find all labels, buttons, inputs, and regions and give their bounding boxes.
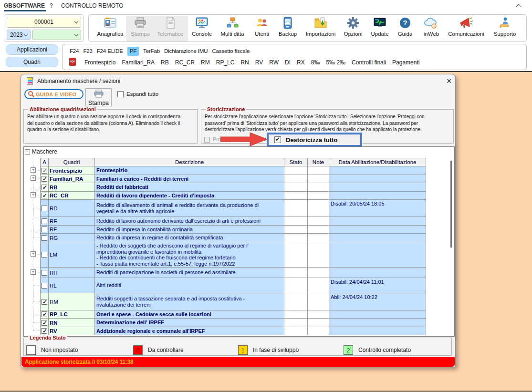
collapse-chevron-icon[interactable]: ⌃ xyxy=(516,4,521,9)
destoricizza-checkbox[interactable] xyxy=(274,136,281,143)
subtab-rv[interactable]: RV xyxy=(255,58,263,67)
extra-select[interactable]: ⌄ xyxy=(32,30,81,40)
tree-expand-icon-RC_CR[interactable]: + xyxy=(31,192,36,197)
col-header-a[interactable]: A xyxy=(40,158,49,166)
row-checkbox-RB[interactable] xyxy=(42,185,47,190)
row-stato-RG xyxy=(284,233,308,242)
tab-dichiarazione-imu[interactable]: Dichiarazione IMU xyxy=(164,47,208,56)
subtab-rc_cr[interactable]: RC_CR xyxy=(175,58,195,67)
tab-cassetto-fiscale[interactable]: Cassetto fiscale xyxy=(212,47,250,56)
subtab-rm[interactable]: RM xyxy=(201,58,210,67)
toolbar-button-opzioni[interactable]: Opzioni xyxy=(339,16,367,41)
row-quadro-RV[interactable]: RV xyxy=(48,327,95,335)
toolbar-button-backup[interactable]: Backup xyxy=(273,16,302,41)
subtab-rx[interactable]: RX xyxy=(297,58,305,67)
pdf-icon[interactable]: PDF xyxy=(69,58,76,66)
row-checkbox-Frontespizio[interactable] xyxy=(42,168,47,174)
subtab-5‰-2‰[interactable]: 5‰ 2‰ xyxy=(326,58,345,67)
toolbar-button-console[interactable]: Console xyxy=(187,16,217,41)
subtab-di[interactable]: DI xyxy=(285,58,291,67)
col-header-descrizione[interactable]: Descrizione xyxy=(94,158,284,166)
row-quadro-RE[interactable]: RE xyxy=(48,217,95,226)
tab-f23[interactable]: F23 xyxy=(83,47,92,56)
toolbar-button-stampa[interactable]: Stampa xyxy=(126,16,155,41)
row-checkbox-RC_CR[interactable] xyxy=(42,193,47,198)
row-quadro-RG[interactable]: RG xyxy=(48,233,95,242)
subtab-pagamenti[interactable]: Pagamenti xyxy=(392,58,419,67)
row-quadro-Frontespizio[interactable]: Frontespizio xyxy=(48,166,95,175)
row-checkbox-RP_LC[interactable] xyxy=(42,311,47,317)
toolbar-button-comunicazioni[interactable]: Comunicazioni xyxy=(441,16,491,41)
dialog-titlebar[interactable]: Abbinamento maschere / sezioni ✕ xyxy=(21,74,455,88)
row-quadro-RN[interactable]: RN xyxy=(48,318,95,327)
tab-f24-elide[interactable]: F24 ELIDE xyxy=(97,47,123,56)
menu-help[interactable]: ? xyxy=(50,2,53,9)
quadri-button[interactable]: Quadri xyxy=(6,57,58,67)
tree-expand-icon-LM[interactable]: + xyxy=(31,251,36,257)
row-checkbox-LM[interactable] xyxy=(42,252,47,258)
row-quadro-RP_LC[interactable]: RP_LC xyxy=(48,310,95,319)
row-checkbox-RE[interactable] xyxy=(42,218,47,224)
subtab-rw[interactable]: RW xyxy=(269,58,279,67)
row-quadro-RH[interactable]: RH xyxy=(48,267,95,278)
row-quadro-RL[interactable]: RL xyxy=(48,278,95,293)
row-checkbox-RN[interactable] xyxy=(42,320,47,326)
table-scrollbar[interactable] xyxy=(450,161,452,248)
row-checkbox-RL[interactable] xyxy=(42,283,47,289)
row-checkbox-Familiari_RA[interactable] xyxy=(42,176,47,182)
row-checkbox-RF[interactable] xyxy=(42,227,47,232)
toolbar-button-importazioni[interactable]: Importazioni xyxy=(300,16,341,41)
col-header-note[interactable]: Note xyxy=(307,158,329,166)
toolbar-button-update[interactable]: Update xyxy=(365,16,394,41)
subtab-rp_lc[interactable]: RP_LC xyxy=(216,58,235,67)
col-header-data[interactable]: Data Abilitazione/Disabilitazione xyxy=(329,158,426,166)
toolbar-button-inweb[interactable]: einWeb xyxy=(419,16,444,41)
proteggi-password-checkbox[interactable] xyxy=(204,137,210,143)
row-checkbox-RG[interactable] xyxy=(42,235,47,241)
toolbar-button-guida[interactable]: ?Guida xyxy=(393,16,417,41)
row-checkbox-RD[interactable] xyxy=(42,206,47,211)
applicazioni-button[interactable]: Applicazioni xyxy=(6,44,58,55)
tab-terfab[interactable]: TerFab xyxy=(143,47,160,56)
row-checkbox-RM[interactable] xyxy=(42,299,47,305)
row-note-RV xyxy=(307,327,329,335)
row-quadro-RM[interactable]: RM xyxy=(48,293,95,310)
subtab-8‰[interactable]: 8‰ xyxy=(311,58,320,67)
tree-expand-icon-Familiari_RA[interactable]: + xyxy=(31,175,36,181)
row-quadro-LM[interactable]: LM xyxy=(48,242,95,268)
subtab-familiari_ra[interactable]: Familiari_RA xyxy=(122,58,155,67)
tree-expand-icon-Frontespizio[interactable]: + xyxy=(31,167,36,173)
menu-gbsoftware[interactable]: GBSOFTWARE xyxy=(4,2,45,9)
row-checkbox-RH[interactable] xyxy=(42,270,47,276)
row-quadro-RC_CR[interactable]: RC_CR xyxy=(48,191,95,200)
row-quadro-RB[interactable]: RB xyxy=(48,183,95,192)
toolbar-button-anagrafica[interactable]: Anagrafica xyxy=(93,16,127,41)
row-quadro-RD[interactable]: RD xyxy=(48,199,95,217)
row-quadro-Familiari_RA[interactable]: Familiari_RA xyxy=(48,175,95,183)
row-checkbox-RV[interactable] xyxy=(42,328,47,334)
toolbar-button-utenti[interactable]: Utenti xyxy=(250,16,274,41)
subtab-frontespizio[interactable]: Frontespizio xyxy=(84,58,115,67)
gear-icon xyxy=(339,17,367,31)
close-icon[interactable]: ✕ xyxy=(446,77,452,85)
company-select[interactable]: 000001⌄ xyxy=(7,17,81,28)
col-header-stato[interactable]: Stato xyxy=(284,158,308,166)
guida-e-video-button[interactable]: GUIDA E VIDEO xyxy=(24,89,83,99)
subtab-rn[interactable]: RN xyxy=(240,58,249,67)
tab-pf[interactable]: PF xyxy=(127,47,139,56)
subtab-controlli-finali[interactable]: Controlli finali xyxy=(352,58,386,67)
tree-expand-icon-RH[interactable]: + xyxy=(31,269,36,275)
tab-f24[interactable]: F24 xyxy=(70,47,79,56)
stampa-button[interactable]: Stampa xyxy=(85,88,112,106)
year-select[interactable]: 2023⌄ xyxy=(7,30,31,40)
tree-collapse-icon[interactable]: − xyxy=(25,149,30,155)
legend-box-da-controllare: 0 xyxy=(133,345,143,355)
toolbar-button-telematico[interactable]: Telematico xyxy=(153,16,188,41)
row-quadro-RF[interactable]: RF xyxy=(48,225,95,234)
col-header-quadri[interactable]: Quadri xyxy=(48,158,95,166)
subtab-rb[interactable]: RB xyxy=(161,58,169,67)
menu-controllo-remoto[interactable]: CONTROLLO REMOTO xyxy=(61,2,123,9)
toolbar-button-multi-ditta[interactable]: Multi ditta xyxy=(215,16,250,41)
espandi-tutto-checkbox[interactable] xyxy=(117,91,124,97)
toolbar-button-supporto[interactable]: Supporto xyxy=(488,16,522,41)
